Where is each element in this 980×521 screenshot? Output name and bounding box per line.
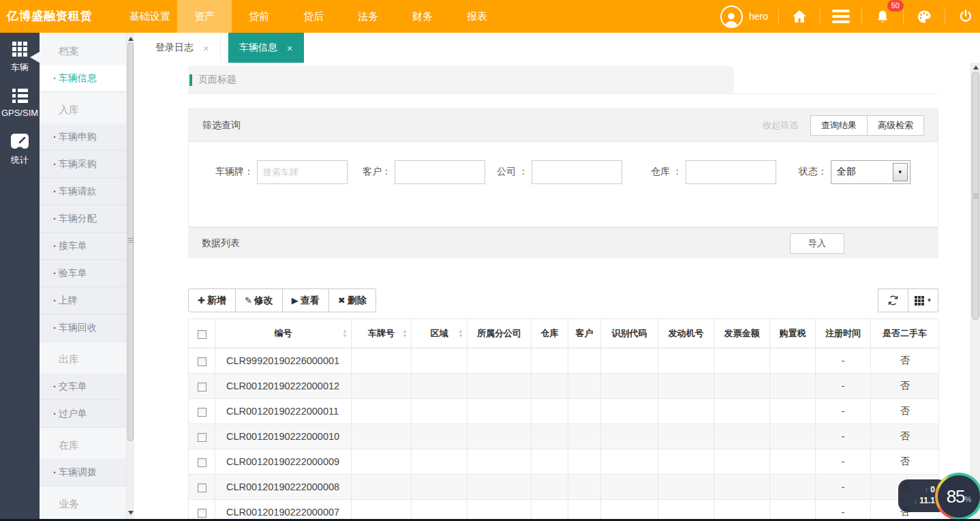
delete-button[interactable]: ✖ 删除 <box>328 288 376 312</box>
submenu-item-vehicle-purchase[interactable]: · 车辆采购 <box>40 151 134 178</box>
import-button[interactable]: 导入 <box>790 233 844 254</box>
submenu-item-transfer-order[interactable]: · 过户单 <box>40 400 134 428</box>
status-selected-value: 全部 <box>831 166 893 178</box>
menu-item-assets[interactable]: 资产 <box>177 0 232 33</box>
rail-item-label: GPS/SIM <box>1 108 38 118</box>
avatar[interactable] <box>720 5 743 28</box>
submenu-scrollbar-thumb[interactable] <box>127 42 134 441</box>
page-scrollbar-thumb[interactable] <box>972 72 979 320</box>
status-select[interactable]: 全部 ▼ <box>831 160 910 184</box>
scroll-up-icon[interactable] <box>973 65 979 70</box>
warehouse-input[interactable] <box>686 160 776 184</box>
submenu-item-inspection-order[interactable]: · 验车单 <box>40 260 134 287</box>
tab-vehicle-info[interactable]: 车辆信息 × <box>228 33 304 63</box>
table-row[interactable]: CLR00120190222000011 - 否 <box>189 399 939 424</box>
col-header-vin[interactable]: 识别代码 <box>601 319 658 348</box>
sort-icons[interactable]: ▲▼ <box>402 329 408 338</box>
customer-input[interactable] <box>395 160 485 184</box>
row-checkbox[interactable] <box>198 509 206 518</box>
refresh-button[interactable] <box>878 288 908 312</box>
theme-palette-icon[interactable] <box>914 6 934 27</box>
menu-item-base-settings[interactable]: 基础设置 <box>123 0 177 33</box>
cell-register-time: - <box>816 424 871 449</box>
submenu-item-delivery-order[interactable]: · 交车单 <box>40 373 134 400</box>
select-all-checkbox[interactable] <box>198 330 206 339</box>
sort-icons[interactable]: ▲▼ <box>342 329 348 338</box>
logout-power-icon[interactable] <box>955 6 976 27</box>
row-checkbox[interactable] <box>198 458 206 467</box>
brand-logo: 亿博盛融资租赁 <box>7 0 93 33</box>
table-row[interactable]: CLR00120190222000008 - 否 <box>189 475 939 500</box>
menu-item-pre-loan[interactable]: 贷前 <box>232 0 286 33</box>
table-row[interactable]: CLR99920190226000001 - 否 <box>189 348 939 374</box>
cell-id: CLR00120190222000011 <box>215 399 352 424</box>
close-icon[interactable]: × <box>203 42 209 54</box>
page-title-bar: 页面标题 <box>188 66 734 93</box>
col-header-warehouse[interactable]: 仓库 <box>532 319 568 348</box>
close-icon[interactable]: × <box>287 42 293 54</box>
view-button[interactable]: ▶ 查看 <box>282 288 329 312</box>
menu-item-post-loan[interactable]: 贷后 <box>286 0 341 33</box>
add-button[interactable]: ✚ 新增 <box>188 288 236 312</box>
company-input[interactable] <box>532 160 622 184</box>
icon-rail-sidebar: 车辆 GPS/SIM 统计 <box>0 33 40 519</box>
chevron-down-icon[interactable]: ▼ <box>893 163 908 181</box>
home-icon[interactable] <box>789 6 810 27</box>
col-header-register-time[interactable]: 注册时间 <box>816 319 871 348</box>
table-row[interactable]: CLR00120190222000010 - 否 <box>189 424 939 449</box>
submenu-item-vehicle-payment[interactable]: · 车辆请款 <box>40 178 134 205</box>
submenu-header-instock: 在库 <box>40 432 134 459</box>
col-header-customer[interactable]: 客户 <box>568 319 601 348</box>
menu-item-finance[interactable]: 财务 <box>395 0 450 33</box>
col-header-secondhand[interactable]: 是否二手车 <box>871 319 939 348</box>
row-checkbox[interactable] <box>198 357 206 366</box>
table-row[interactable]: CLR00120190222000009 - 否 <box>189 449 939 475</box>
page-scrollbar[interactable] <box>970 63 980 519</box>
submenu-item-vehicle-dispatch[interactable]: · 车辆调拨 <box>40 459 134 486</box>
scroll-up-icon[interactable] <box>128 37 134 41</box>
submenu-item-vehicle-info[interactable]: · 车辆信息 <box>40 65 134 92</box>
hamburger-menu-icon[interactable] <box>831 6 851 27</box>
username[interactable]: hero <box>749 11 768 22</box>
table-row[interactable]: CLR00120190222000007 - 否 <box>189 500 939 520</box>
collapse-filter-link[interactable]: 收起筛选 <box>763 119 798 132</box>
col-header-invoice-amount[interactable]: 发票金额 <box>714 319 770 348</box>
submenu-scrollbar[interactable] <box>126 33 134 519</box>
cell-id: CLR00120190222000012 <box>215 374 352 399</box>
company-field-label: 公司 ： <box>497 166 528 178</box>
pencil-icon: ✎ <box>245 295 252 306</box>
submenu-item-vehicle-allocation[interactable]: · 车辆分配 <box>40 205 134 233</box>
col-header-engine[interactable]: 发动机号 <box>658 319 714 348</box>
menu-item-legal[interactable]: 法务 <box>341 0 395 33</box>
title-accent-bar <box>189 74 192 86</box>
col-header-purchase-tax[interactable]: 购置税 <box>770 319 816 348</box>
table-row[interactable]: CLR00120190222000012 - 否 <box>189 374 939 399</box>
resource-percent-gauge[interactable]: 85 % <box>935 473 980 520</box>
query-results-button[interactable]: 查询结果 <box>810 115 868 136</box>
notifications-bell-icon[interactable]: 50 <box>872 6 893 27</box>
menu-item-reports[interactable]: 报表 <box>450 0 504 33</box>
col-header-region[interactable]: 区域 ▲▼ <box>412 319 468 348</box>
columns-button[interactable]: ▼ <box>908 288 938 312</box>
col-header-branch[interactable]: 所属分公司 <box>468 319 532 348</box>
plate-search-input[interactable] <box>257 160 348 184</box>
warehouse-field-label: 仓库 ： <box>651 166 682 178</box>
submenu-item-pickup-order[interactable]: · 接车单 <box>40 233 134 260</box>
sort-icons[interactable]: ▲▼ <box>458 329 463 338</box>
row-checkbox[interactable] <box>198 483 206 492</box>
tab-login-log[interactable]: 登录日志 × <box>144 33 221 63</box>
edit-button[interactable]: ✎ 修改 <box>235 288 283 312</box>
col-header-id[interactable]: 编号 ▲▼ <box>215 319 352 348</box>
rail-item-statistics[interactable]: 统计 <box>0 124 40 173</box>
scroll-down-icon[interactable] <box>128 511 134 515</box>
submenu-item-vehicle-apply[interactable]: · 车辆申购 <box>40 123 134 151</box>
submenu-item-vehicle-recycle[interactable]: · 车辆回收 <box>40 314 134 342</box>
advanced-search-button[interactable]: 高级检索 <box>867 115 924 136</box>
submenu-header-inbound: 入库 <box>40 96 134 123</box>
row-checkbox[interactable] <box>198 408 206 417</box>
row-checkbox[interactable] <box>198 383 206 391</box>
col-header-plate[interactable]: 车牌号 ▲▼ <box>352 319 412 348</box>
rail-item-gps-sim[interactable]: GPS/SIM <box>0 80 40 124</box>
row-checkbox[interactable] <box>198 433 206 442</box>
submenu-item-plate-registration[interactable]: · 上牌 <box>40 287 134 314</box>
